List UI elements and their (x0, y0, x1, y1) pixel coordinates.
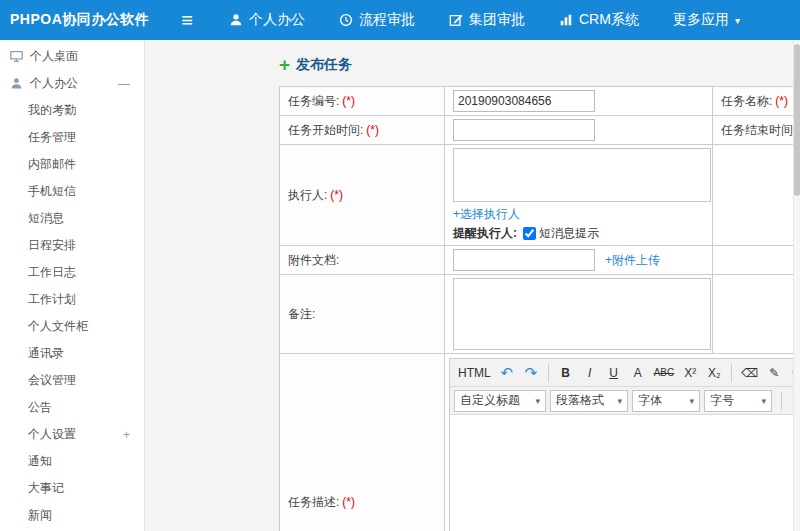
caret-down-icon: ▾ (689, 396, 694, 406)
italic-button[interactable]: I (578, 362, 602, 384)
blockquote-button[interactable]: 66 (786, 362, 793, 384)
caret-down-icon: ▾ (617, 396, 622, 406)
attachment-input[interactable] (453, 249, 595, 271)
app-logo: PHPOA协同办公软件 (0, 11, 170, 29)
nav-label: 集团审批 (469, 11, 525, 29)
underline-button[interactable]: U (602, 362, 626, 384)
remark-label: 备注: (280, 275, 445, 354)
executor-label: 执行人:(*) (280, 145, 445, 246)
heading-style-dropdown[interactable]: 自定义标题▾ (454, 390, 546, 412)
sidebar-item-schedule[interactable]: 日程安排 (0, 232, 144, 259)
edit-square-icon (449, 13, 463, 27)
select-executor-link[interactable]: +选择执行人 (453, 206, 704, 223)
task-form: 任务编号:(*) 任务名称:(*) 任务开始时间:(*) 任务结束时间:(*) … (279, 86, 793, 531)
redo-button[interactable]: ↷ (519, 362, 543, 384)
top-nav: 个人办公 流程审批 集团审批 CRM系统 更多应用 ▾ (212, 0, 757, 40)
sidebar-item-mobile-sms[interactable]: 手机短信 (0, 178, 144, 205)
nav-crm-system[interactable]: CRM系统 (542, 0, 656, 40)
caret-down-icon: ▾ (535, 396, 540, 406)
task-name-label: 任务名称:(*) (713, 87, 794, 116)
start-time-input[interactable] (453, 119, 595, 141)
remark-textarea[interactable] (453, 278, 711, 350)
sidebar-item-file-cabinet[interactable]: 个人文件柜 (0, 313, 144, 340)
start-time-label: 任务开始时间:(*) (280, 116, 445, 145)
empty-cell (713, 275, 794, 354)
add-icon: + (279, 58, 290, 72)
attachment-label: 附件文档: (280, 246, 445, 275)
font-family-dropdown[interactable]: 字体▾ (632, 390, 700, 412)
html-source-button[interactable]: HTML (454, 362, 495, 384)
scrollbar-thumb[interactable] (794, 44, 800, 196)
undo-button[interactable]: ↶ (495, 362, 519, 384)
desktop-icon (10, 50, 23, 63)
attachment-upload-link[interactable]: +附件上传 (605, 252, 660, 269)
toolbar-separator (548, 364, 549, 382)
sidebar-item-notice[interactable]: 通知 (0, 448, 144, 475)
collapse-icon[interactable]: — (118, 77, 130, 91)
nav-label: CRM系统 (579, 11, 639, 29)
empty-cell (713, 145, 794, 246)
sidebar-item-work-plan[interactable]: 工作计划 (0, 286, 144, 313)
bold-button[interactable]: B (554, 362, 578, 384)
remind-executor-label: 提醒执行人: (453, 225, 517, 242)
sidebar-item-task-management[interactable]: 任务管理 (0, 124, 144, 151)
nav-process-approval[interactable]: 流程审批 (322, 0, 432, 40)
font-button[interactable]: A (626, 362, 650, 384)
font-size-dropdown[interactable]: 字号▾ (704, 390, 772, 412)
nav-more-apps[interactable]: 更多应用 ▾ (656, 0, 757, 40)
sms-remind-label: 短消息提示 (539, 225, 599, 242)
sidebar-item-announcement[interactable]: 公告 (0, 394, 144, 421)
sidebar-item-desktop[interactable]: 个人桌面 (0, 43, 144, 70)
top-header: PHPOA协同办公软件 ≡ 个人办公 流程审批 集团审批 CRM系统 (0, 0, 800, 40)
nav-label: 个人办公 (249, 11, 305, 29)
expand-icon[interactable]: + (123, 428, 130, 442)
editor-toolbar-row1: HTML ↶ ↷ B I U A ABC X² X₂ (450, 359, 793, 387)
subscript-button[interactable]: X₂ (702, 362, 726, 384)
toolbar-separator (731, 364, 732, 382)
sidebar: 个人桌面 个人办公 — 我的考勤 任务管理 内部邮件 手机短信 短消息 日程安排… (0, 40, 145, 531)
task-number-input[interactable] (453, 90, 595, 112)
end-time-label: 任务结束时间:(*) (713, 116, 794, 145)
sidebar-group-personal-settings[interactable]: 个人设置 + (0, 421, 144, 448)
nav-personal-office[interactable]: 个人办公 (212, 0, 322, 40)
task-number-label: 任务编号:(*) (280, 87, 445, 116)
page-title: + 发布任务 (279, 52, 793, 86)
sidebar-item-internal-mail[interactable]: 内部邮件 (0, 151, 144, 178)
description-label: 任务描述:(*) (280, 354, 445, 531)
executor-textarea[interactable] (453, 148, 711, 202)
sidebar-label: 个人办公 (30, 75, 78, 92)
empty-cell (713, 246, 794, 275)
format-painter-button[interactable]: ✎ (762, 362, 786, 384)
hamburger-menu-icon[interactable]: ≡ (170, 0, 204, 40)
paragraph-format-dropdown[interactable]: 段落格式▾ (550, 390, 628, 412)
bar-chart-icon (559, 13, 573, 27)
nav-label: 更多应用 (673, 11, 729, 29)
sidebar-item-short-message[interactable]: 短消息 (0, 205, 144, 232)
sidebar-item-news[interactable]: 新闻 (0, 502, 144, 529)
caret-down-icon: ▾ (761, 396, 766, 406)
sidebar-item-contacts[interactable]: 通讯录 (0, 340, 144, 367)
main-content: + 发布任务 任务编号:(*) 任务名称:(*) 任务开始时间:(*) 任务结束… (146, 40, 793, 531)
sidebar-group-personal-office[interactable]: 个人办公 — (0, 70, 144, 97)
nav-group-approval[interactable]: 集团审批 (432, 0, 542, 40)
nav-label: 流程审批 (359, 11, 415, 29)
vertical-scrollbar[interactable] (793, 40, 800, 531)
editor-toolbar-row2: 自定义标题▾ 段落格式▾ 字体▾ 字号▾ ≡ ≡ ≡ (450, 387, 793, 415)
caret-down-icon: ▾ (735, 15, 740, 26)
sidebar-label: 个人桌面 (30, 48, 78, 65)
sidebar-item-memorabilia[interactable]: 大事记 (0, 475, 144, 502)
sidebar-item-work-log[interactable]: 工作日志 (0, 259, 144, 286)
sidebar-item-attendance[interactable]: 我的考勤 (0, 97, 144, 124)
superscript-button[interactable]: X² (678, 362, 702, 384)
sms-remind-checkbox[interactable] (523, 227, 536, 240)
rich-text-editor: HTML ↶ ↷ B I U A ABC X² X₂ (449, 358, 793, 531)
toolbar-separator (781, 392, 782, 410)
sidebar-item-meeting-management[interactable]: 会议管理 (0, 367, 144, 394)
remove-format-button[interactable]: ⌫ (737, 362, 762, 384)
editor-content-area[interactable] (450, 415, 793, 531)
person-icon (10, 77, 23, 90)
person-icon (229, 13, 243, 27)
clock-icon (339, 13, 353, 27)
strikethrough-button[interactable]: ABC (650, 362, 679, 384)
